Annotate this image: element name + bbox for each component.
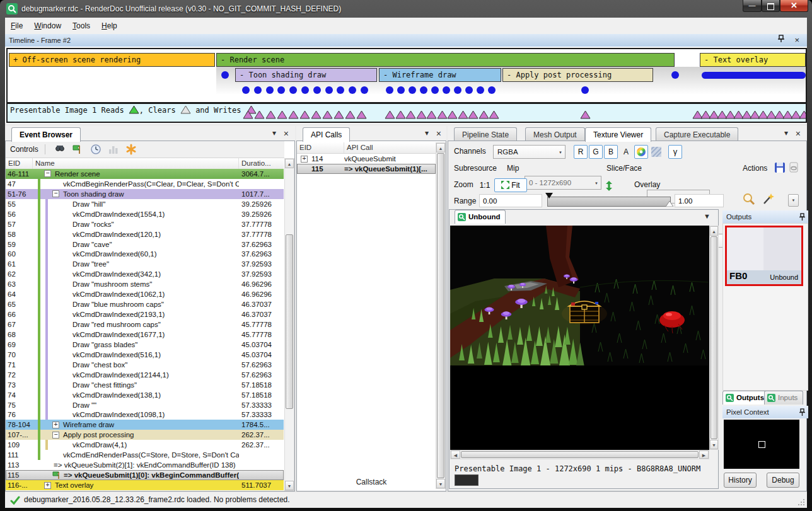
green-channel-button[interactable]: G — [589, 145, 603, 159]
goto-event-icon[interactable] — [72, 144, 83, 155]
timeline-bar[interactable]: - Render scene — [216, 53, 675, 67]
menu-window[interactable]: Window — [28, 18, 67, 34]
alpha-channel-button[interactable]: A — [619, 145, 633, 159]
event-row[interactable]: 57Draw "rocks"37.77778 — [6, 219, 284, 229]
event-row[interactable]: 66vkCmdDrawIndexed(2193,1)46.37037 — [6, 309, 284, 319]
timeline-bar[interactable]: - Toon shading draw — [235, 68, 377, 82]
event-row[interactable]: 109vkCmdDraw(4,1)262.37... — [6, 440, 284, 450]
range-slider[interactable] — [547, 197, 671, 207]
time-draws-icon[interactable] — [90, 144, 102, 155]
channels-select[interactable]: RGBA — [493, 145, 566, 159]
alpha-checker-button[interactable] — [649, 145, 663, 159]
open-link-icon[interactable] — [789, 162, 799, 176]
menu-file[interactable]: File — [5, 18, 28, 34]
menu-help[interactable]: Help — [96, 18, 123, 34]
expand-icon[interactable]: + — [52, 422, 59, 428]
maximize-button[interactable] — [762, 0, 780, 12]
tab-outputs[interactable]: Outputs — [722, 391, 770, 405]
blue-channel-button[interactable]: B — [604, 145, 618, 159]
event-row[interactable]: 71Draw "chest box"57.62963 — [6, 360, 284, 370]
callstack-label[interactable]: Callstack — [296, 478, 446, 486]
event-row[interactable]: 67Draw "red mushroom caps"45.77778 — [6, 319, 284, 330]
event-browser-column-header[interactable]: EID Name Duratio... — [6, 158, 284, 169]
event-row[interactable]: 64vkCmdDrawIndexed(1062,1)46.96296 — [6, 289, 284, 299]
expand-icon[interactable]: + — [44, 482, 51, 489]
api-calls-scrollbar[interactable]: ▲ ▼ — [436, 142, 446, 489]
texture-viewer-dropdown-icon[interactable]: ▾ — [784, 129, 788, 137]
autofit-wand-icon[interactable] — [762, 193, 774, 208]
event-row[interactable]: 72vkCmdDrawIndexed(12144,1)57.62963 — [6, 370, 284, 380]
event-row[interactable]: 111vkCmdEndRenderPass(C=Store, D=Store, … — [6, 450, 284, 460]
event-row[interactable]: 55Draw "hill"39.25926 — [6, 199, 284, 209]
tab-capture-executable[interactable]: Capture Executable — [656, 127, 738, 141]
timeline-track[interactable]: + Off-screen scene rendering- Render sce… — [6, 48, 807, 103]
api-calls-column-header[interactable]: EID API Call — [297, 142, 436, 154]
api-call-row[interactable]: +114vkQueueSubmit — [297, 154, 436, 164]
event-row[interactable]: 65Draw "blue mushroom caps"46.37037 — [6, 299, 284, 309]
event-row[interactable]: 116-...+Text overlay511.7037 — [6, 480, 284, 490]
texture-image[interactable] — [450, 226, 709, 450]
flip-y-button[interactable] — [603, 178, 615, 192]
range-options-button[interactable]: ▼ — [788, 194, 799, 207]
event-row[interactable]: 61Draw "tree"37.92593 — [6, 259, 284, 269]
find-event-icon[interactable] — [54, 144, 66, 155]
expand-icon[interactable]: + — [301, 156, 308, 163]
minimize-button[interactable]: — — [743, 0, 762, 12]
timeline-bar[interactable]: - Apply post processing — [502, 68, 653, 82]
timeline-bar[interactable]: - Wireframe draw — [379, 68, 501, 82]
event-browser-dropdown-icon[interactable]: ▾ — [272, 129, 276, 137]
history-button[interactable]: History — [724, 473, 757, 488]
save-texture-icon[interactable] — [774, 162, 786, 176]
collapse-icon[interactable]: − — [44, 170, 51, 177]
event-row[interactable]: 78-104+Wireframe draw1784.5... — [6, 420, 284, 430]
gamma-button[interactable]: γ — [668, 145, 682, 159]
collapse-icon[interactable]: − — [52, 190, 59, 197]
output-thumbnail-fb0[interactable]: FB0 Unbound — [725, 226, 803, 286]
event-row[interactable]: 63Draw "mushroom stems"46.96296 — [6, 279, 284, 289]
event-row[interactable]: 115=> vkQueueSubmit(1)[0]: vkBeginComman… — [6, 470, 284, 480]
event-row[interactable]: 51-76−Toon shading draw1017.7... — [6, 189, 284, 199]
tab-api-calls[interactable]: API Calls — [303, 127, 350, 142]
event-row[interactable]: 60vkCmdDrawIndexed(60,1)37.62963 — [6, 250, 284, 260]
pixel-context-view[interactable] — [724, 420, 799, 469]
texture-tab-dropdown-icon[interactable]: ▼ — [704, 212, 710, 220]
zoom-1-1-button[interactable]: 1:1 — [477, 178, 493, 192]
event-browser-scrollbar[interactable]: ▲ ▼ — [284, 158, 294, 491]
api-calls-close-icon[interactable]: × — [436, 129, 441, 139]
event-row[interactable]: 75Draw ""57.33333 — [6, 400, 284, 410]
event-row[interactable]: 69Draw "grass blades"45.03704 — [6, 340, 284, 350]
range-min-input[interactable]: 0.00 — [479, 194, 542, 207]
title-bar[interactable]: debugmarker.rdc - RenderDoc Unofficial r… — [0, 0, 812, 18]
api-call-row[interactable]: 115=> vkQueueSubmit(1)[... — [297, 164, 436, 174]
outputs-header[interactable]: Outputs — [722, 210, 808, 223]
event-row[interactable]: 62vkCmdDrawIndexed(342,1)37.92593 — [6, 269, 284, 279]
event-row[interactable]: 47vkCmdBeginRenderPass(C=Clear, D=Clear,… — [6, 179, 284, 189]
bookmark-icon[interactable] — [125, 144, 137, 155]
event-row[interactable]: 59Draw "cave"37.62963 — [6, 239, 284, 250]
event-row[interactable]: 68vkCmdDrawIndexed(1677,1)45.77778 — [6, 330, 284, 340]
event-row[interactable]: 73Draw "chest fittings"57.18518 — [6, 380, 284, 390]
zoom-range-icon[interactable] — [743, 193, 755, 208]
collapse-icon[interactable]: − — [52, 432, 59, 439]
event-row[interactable]: 113=> vkQueueSubmit(2)[1]: vkEndCommandB… — [6, 460, 284, 470]
color-wheel-button[interactable] — [634, 145, 648, 159]
range-max-input[interactable]: 1.00 — [675, 194, 724, 207]
resize-grip[interactable] — [798, 498, 805, 506]
mip-select[interactable]: 0 - 1272x690 — [525, 176, 601, 190]
timeline-bar[interactable]: - Text overlay — [700, 53, 806, 67]
texture-vscrollbar[interactable]: ▲ ▼ — [709, 226, 719, 450]
debug-button[interactable]: Debug — [767, 473, 799, 488]
menu-tools[interactable]: Tools — [67, 18, 96, 34]
red-channel-button[interactable]: R — [574, 145, 588, 159]
close-button[interactable]: ✕ — [780, 0, 808, 12]
pixel-context-pin-icon[interactable] — [799, 408, 805, 420]
timeline-panel-header[interactable]: Timeline - Frame #2 × — [5, 34, 807, 47]
timeline-pin-icon[interactable] — [778, 34, 784, 47]
tab-inputs[interactable]: Inputs — [764, 391, 803, 405]
event-row[interactable]: 107-...−Apply post processing262.37... — [6, 430, 284, 440]
texture-hscrollbar[interactable]: ◀ ▶ — [450, 450, 709, 459]
event-row[interactable]: 56vkCmdDrawIndexed(1554,1)39.25926 — [6, 209, 284, 219]
tab-pipeline-state[interactable]: Pipeline State — [454, 127, 517, 141]
pixel-context-header[interactable]: Pixel Context — [722, 406, 808, 418]
tab-event-browser[interactable]: Event Browser — [11, 127, 81, 142]
